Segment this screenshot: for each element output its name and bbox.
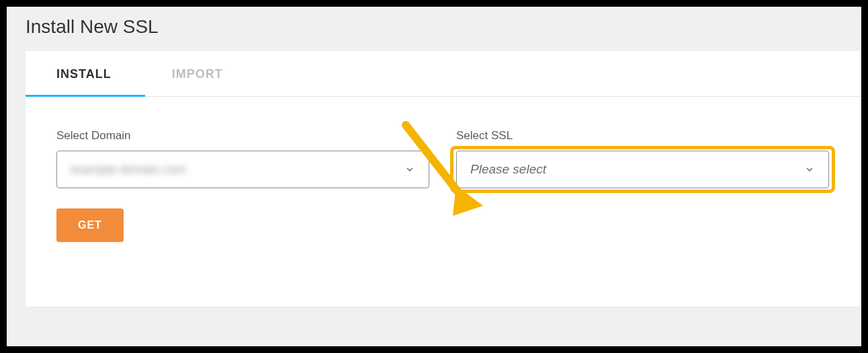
select-domain[interactable]: example-domain.com xyxy=(56,151,429,188)
get-button[interactable]: GET xyxy=(56,208,124,242)
field-select-domain: Select Domain example-domain.com xyxy=(56,129,429,188)
tabs: INSTALL IMPORT xyxy=(26,51,861,97)
tab-import[interactable]: IMPORT xyxy=(172,51,223,96)
page-container: Install New SSL INSTALL IMPORT Select Do… xyxy=(7,7,861,346)
chevron-down-icon xyxy=(404,164,415,175)
button-row: GET xyxy=(26,208,861,269)
label-select-ssl: Select SSL xyxy=(456,129,829,143)
chevron-down-icon xyxy=(804,164,815,175)
label-select-domain: Select Domain xyxy=(56,129,429,143)
card: INSTALL IMPORT Select Domain example-dom… xyxy=(26,51,861,307)
page-title: Install New SSL xyxy=(26,16,861,38)
select-ssl[interactable]: Please select xyxy=(456,151,829,188)
form-area: Select Domain example-domain.com Select … xyxy=(26,97,861,208)
tab-install[interactable]: INSTALL xyxy=(56,51,112,96)
select-domain-value: example-domain.com xyxy=(71,163,186,177)
select-ssl-placeholder: Please select xyxy=(470,162,546,177)
field-select-ssl: Select SSL Please select xyxy=(456,129,829,188)
